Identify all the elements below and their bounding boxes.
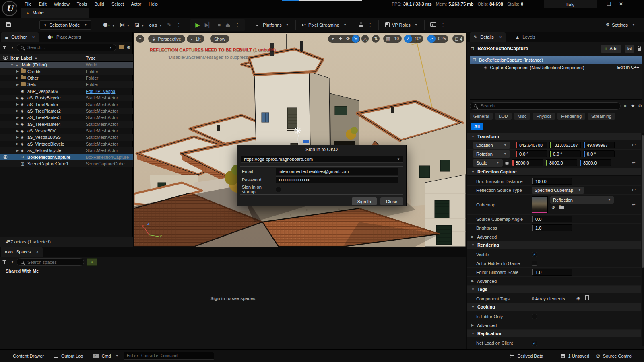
rotation-snap-control[interactable]: ∠ 10°	[404, 35, 423, 43]
create-folder-button[interactable]: +	[119, 45, 124, 50]
tab-levels[interactable]: ▲ Levels	[511, 32, 539, 42]
expand-arrow-icon[interactable]: ▶	[16, 129, 21, 133]
outliner-search-field[interactable]	[27, 45, 105, 50]
expand-arrow-icon[interactable]: ▶	[16, 142, 21, 146]
sort-arrow-icon[interactable]: ▲	[34, 56, 37, 60]
favorites-star-icon[interactable]: ★	[631, 103, 635, 109]
menu-file[interactable]: File	[21, 0, 35, 8]
cubemap-thumbnail[interactable]	[532, 196, 548, 213]
email-field[interactable]	[276, 168, 398, 175]
browse-asset-icon[interactable]	[559, 205, 564, 210]
outliner-row-other[interactable]: ▶OtherFolder	[0, 75, 133, 81]
multi-user-options-menu[interactable]: ⋮	[365, 22, 375, 28]
filter-chip-physics[interactable]: Physics	[533, 113, 555, 120]
menu-build[interactable]: Build	[91, 0, 108, 8]
menu-help[interactable]: Help	[145, 0, 161, 8]
column-type[interactable]: Type	[86, 56, 96, 60]
edit-in-cpp-link[interactable]: Edit in C++	[617, 65, 639, 70]
close-tab-icon[interactable]: ×	[32, 35, 35, 39]
reset-icon[interactable]: ↩	[632, 202, 636, 207]
advanced-expander[interactable]: ▶ Advanced	[467, 321, 641, 330]
details-search-input[interactable]	[470, 102, 621, 110]
filter-chip-streaming[interactable]: Streaming	[588, 113, 615, 120]
reset-icon[interactable]: ↩	[632, 187, 636, 193]
outliner-row-as-treeplanter3[interactable]: ▶◈aS_TreePlanter3StaticMeshActor	[0, 114, 133, 121]
close-dialog-button[interactable]: Close	[380, 197, 403, 205]
outliner-row-abp-vespa50v[interactable]: ◉aBP_Vespa50VEdit BP_Vespa	[0, 88, 133, 95]
cubemap-dropdown[interactable]: Reflection▼	[550, 196, 614, 204]
scale-y-field[interactable]: 8000.0	[546, 159, 577, 166]
camera-speed-control[interactable]: ◻ 4	[452, 35, 464, 43]
show-flags-dropdown[interactable]: Show	[210, 35, 229, 43]
component-row-capture[interactable]: ◈ CaptureComponent (NewReflectionCompone…	[470, 64, 642, 71]
rotation-y-field[interactable]: 0.0 °	[549, 150, 581, 157]
section-transform[interactable]: ▼ Transform	[467, 133, 641, 140]
content-drawer-button[interactable]: Content Drawer	[0, 350, 49, 362]
clear-array-icon[interactable]	[585, 296, 589, 301]
filter-chevron-icon[interactable]: ▼	[11, 46, 14, 49]
outliner-row-as-vespa50v[interactable]: ▶◈aS_Vespa50VStaticMeshActor	[0, 128, 133, 134]
tab-spaces[interactable]: oκo Spaces ×	[1, 247, 43, 257]
filter-chevron-icon[interactable]: ▼	[11, 260, 14, 264]
grid-snap-value[interactable]: 10	[392, 35, 400, 43]
cmd-dropdown[interactable]: >_ Cmd ▼	[88, 350, 123, 362]
reset-icon[interactable]: ↩	[632, 160, 636, 165]
source-control-button[interactable]: ∅ Source Control	[594, 350, 644, 362]
visible-checkbox[interactable]: ✓	[532, 252, 537, 257]
source-angle-field[interactable]: 0.0	[532, 216, 572, 222]
tab-main-level[interactable]: ▲ Main*	[21, 8, 89, 18]
hidden-in-game-checkbox[interactable]	[532, 261, 537, 266]
frame-skip-button[interactable]: ▶▏	[202, 22, 215, 28]
blueprint-convert-button[interactable]: ⋈	[625, 45, 634, 53]
rotate-tool-icon[interactable]: ⟳	[344, 35, 352, 43]
expand-arrow-icon[interactable]: ▶	[16, 76, 21, 80]
spaces-search-input[interactable]	[17, 258, 84, 266]
outliner-row-as-vespa180ss[interactable]: ▶◈aS_Vespa180SSStaticMeshActor	[0, 134, 133, 140]
viewport[interactable]: Z X Y ≡ ⬙ Perspective ◐ Lit Show ➤ ✚ ⟳ ⇲…	[134, 33, 466, 247]
scale-lock-icon[interactable]	[505, 160, 509, 165]
visibility-eye-icon[interactable]	[3, 155, 8, 159]
outliner-row-as-rustybicycle[interactable]: ▶◈aS_RustyBicycleStaticMeshActor	[0, 95, 133, 101]
filter-chip-rendering[interactable]: Rendering	[557, 113, 585, 120]
location-z-field[interactable]: 49.999997	[583, 142, 615, 148]
outliner-row-credits[interactable]: ▶CreditsFolder	[0, 68, 133, 74]
filter-icon[interactable]	[2, 46, 7, 49]
outliner-row-sets[interactable]: ▶SetsFolder	[0, 81, 133, 88]
filter-chip-lod[interactable]: LOD	[495, 113, 512, 120]
oko-dropdown[interactable]: oκo▼	[147, 22, 165, 28]
selection-mode-dropdown[interactable]: ➤ Selection Mode ▼	[39, 20, 91, 30]
add-space-button[interactable]: +	[87, 258, 97, 266]
column-item-label[interactable]: Item Label	[10, 56, 32, 60]
expand-arrow-icon[interactable]: ▶	[16, 103, 21, 106]
save-button[interactable]	[3, 22, 13, 28]
tab-details[interactable]: ✎ Details ×	[470, 32, 506, 42]
tab-place-actors[interactable]: ⬢+ Place Actors	[43, 32, 85, 42]
perspective-dropdown[interactable]: ⬙ Perspective	[148, 35, 185, 43]
menu-select[interactable]: Select	[108, 0, 128, 8]
reset-icon[interactable]: ↩	[632, 142, 636, 148]
rotation-x-field[interactable]: 0.0 °	[516, 150, 547, 157]
expand-arrow-icon[interactable]: ▶	[16, 136, 21, 139]
expand-arrow-icon[interactable]: ▼	[10, 63, 15, 67]
expand-arrow-icon[interactable]: ▶	[16, 83, 21, 86]
expand-arrow-icon[interactable]: ▶	[16, 96, 21, 100]
section-rendering[interactable]: ▼ Rendering	[467, 241, 641, 249]
details-settings-gear-icon[interactable]: ⚙	[638, 103, 642, 109]
eject-button[interactable]: ⏏	[223, 22, 233, 28]
scale-x-field[interactable]: 8000.0	[512, 159, 543, 166]
menu-window[interactable]: Window	[50, 0, 73, 8]
add-actor-button[interactable]: ⬢+▼	[101, 22, 117, 28]
menu-edit[interactable]: Edit	[35, 0, 50, 8]
location-y-field[interactable]: -313.853187	[549, 142, 581, 148]
add-component-button[interactable]: + Add	[601, 45, 621, 53]
cinematics-button[interactable]: ◪▼	[132, 22, 147, 28]
menu-actor[interactable]: Actor	[128, 0, 145, 8]
grid-snap-control[interactable]: ▦ 10	[383, 35, 402, 43]
expand-arrow-icon[interactable]: ▶	[16, 116, 21, 119]
section-tags[interactable]: ▼ Tags	[467, 286, 641, 293]
edit-blueprint-link[interactable]: Edit BP_Vespa	[86, 89, 115, 94]
landscape-paint-button[interactable]: ✎	[165, 22, 174, 28]
platforms-dropdown[interactable]: Platforms ▼	[252, 20, 292, 30]
password-field[interactable]	[276, 176, 398, 183]
camera-speed-value[interactable]: 4	[460, 37, 462, 41]
